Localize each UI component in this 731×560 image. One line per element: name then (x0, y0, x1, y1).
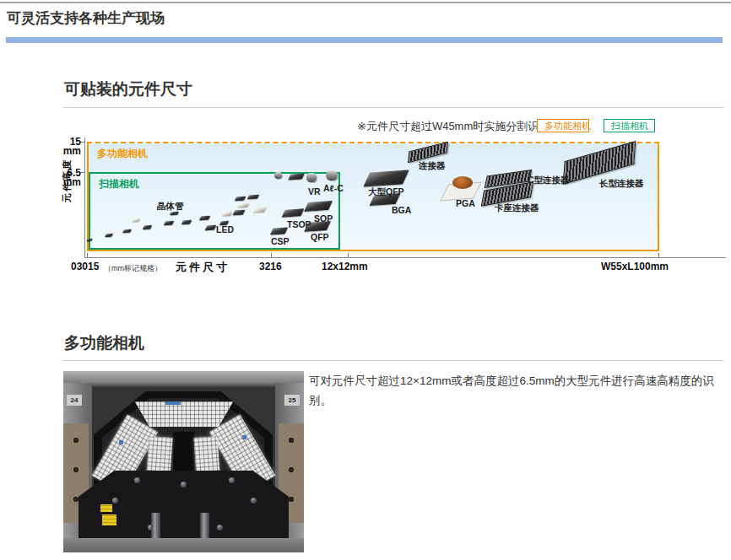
component-label: QFP (311, 232, 329, 242)
component-label: BGA (392, 205, 411, 215)
bolt (181, 482, 187, 487)
component-label: C型连接器 (528, 175, 570, 186)
component-label: 大型QFP (368, 186, 404, 198)
x-tick-12x12 (348, 253, 349, 258)
camera-description: 可对元件尺寸超过12×12mm或者高度超过6.5mm的大型元件进行高速高精度的识… (309, 372, 717, 411)
multi-camera-region-label: 多功能相机 (97, 147, 148, 161)
split-recognition-note: ※元件尺寸超过W45mm时实施分割识别 (357, 119, 530, 134)
component-label: 晶体管 (157, 201, 184, 213)
standoff (200, 513, 209, 538)
machine-base (63, 538, 304, 552)
bolt (229, 477, 235, 483)
component-label: 连接器 (419, 160, 446, 172)
component-glyph (306, 173, 317, 182)
component-label: 长型连接器 (599, 178, 644, 190)
legend-badge-multi-camera: 多功能相机 (537, 119, 589, 132)
component-label: 卡座连接器 (495, 202, 539, 214)
warning-label (100, 504, 112, 512)
section-divider (63, 360, 723, 361)
blue-marker (119, 440, 123, 444)
x-axis-origin-note: （mm标记规格） (104, 263, 162, 274)
camera-photo: 24 25 (63, 371, 304, 552)
x-tick-w55 (658, 253, 659, 258)
x-axis-title: 元件尺寸 (176, 260, 230, 275)
section-title-camera: 多功能相机 (64, 332, 144, 354)
x-tick-label-12x12mm: 12x12mm (322, 261, 368, 272)
slot-label-24: 24 (67, 395, 82, 406)
x-axis (84, 257, 726, 258)
section-divider (63, 107, 723, 108)
x-tick-origin (87, 253, 88, 258)
component-label: CSP (271, 236, 290, 246)
bolt (134, 477, 140, 483)
x-tick-label-03015: 03015 (71, 261, 99, 272)
y-axis (84, 137, 85, 257)
legend-badge-scan-camera: 扫描相机 (604, 119, 655, 132)
component-label: VR (308, 186, 321, 197)
section-title-mountable: 可贴装的元件尺寸 (64, 78, 192, 100)
blue-marker (165, 401, 181, 405)
x-tick-label-w55xl100mm: W55xL100mm (601, 261, 669, 272)
x-tick-3216 (271, 253, 272, 258)
component-label: SOP (314, 213, 333, 223)
component-label: TSOP (287, 219, 311, 229)
component-label: LED (216, 224, 234, 234)
bolt (251, 498, 257, 503)
bolt (112, 498, 118, 503)
standoff (151, 513, 160, 538)
top-divider (0, 2, 731, 3)
slot-label-25: 25 (284, 395, 300, 406)
component-label: Aℓ-C (323, 183, 344, 193)
component-label: PGA (456, 198, 475, 208)
page-title: 可灵活支持各种生产现场 (7, 8, 165, 28)
x-tick-label-3216: 3216 (259, 261, 282, 272)
component-glyph (274, 172, 282, 179)
scan-camera-region-label: 扫描相机 (99, 177, 139, 191)
accent-bar (6, 37, 723, 43)
bolt (217, 525, 223, 530)
y-axis-title: 元件高度 (61, 127, 73, 202)
blue-marker (242, 435, 246, 439)
component-glyph (326, 170, 338, 180)
machine-top-rail (63, 371, 304, 388)
component-glyph (452, 176, 473, 189)
warning-label (102, 514, 116, 525)
